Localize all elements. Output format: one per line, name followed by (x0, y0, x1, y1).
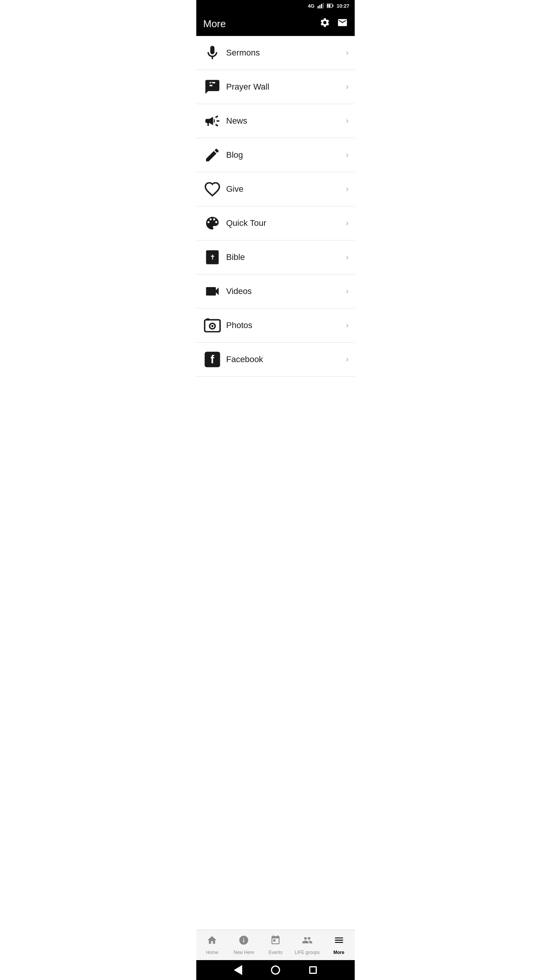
svg-text:✝: ✝ (210, 81, 213, 86)
menu-item-videos[interactable]: Videos › (196, 274, 355, 309)
facebook-icon: f (202, 350, 222, 369)
nav-item-more[interactable]: More (323, 930, 355, 960)
menu-item-bible[interactable]: ✝ Bible › (196, 240, 355, 274)
header: More (196, 11, 355, 36)
header-actions (320, 17, 348, 30)
chevron-icon: › (346, 286, 349, 296)
chevron-icon: › (346, 252, 349, 262)
chevron-icon: › (346, 48, 349, 58)
more-nav-label: More (333, 950, 344, 955)
svg-text:✝: ✝ (210, 253, 215, 261)
video-icon (202, 281, 222, 301)
chevron-icon: › (346, 82, 349, 92)
sermons-label: Sermons (226, 48, 346, 58)
mail-icon[interactable] (337, 17, 348, 30)
new-here-nav-icon (238, 935, 249, 948)
life-groups-nav-icon (302, 935, 313, 948)
events-nav-label: Events (269, 950, 283, 955)
palette-icon (202, 213, 222, 233)
prayer-wall-label: Prayer Wall (226, 82, 346, 92)
chevron-icon: › (346, 354, 349, 364)
news-label: News (226, 116, 346, 126)
photos-label: Photos (226, 320, 346, 330)
home-nav-label: Home (206, 950, 218, 955)
camera-icon (202, 315, 222, 335)
battery-icon (327, 3, 334, 8)
bible-label: Bible (226, 252, 346, 262)
svg-rect-1 (319, 5, 320, 8)
network-type: 4G (308, 3, 314, 9)
blog-label: Blog (226, 150, 346, 160)
give-label: Give (226, 184, 346, 194)
android-nav-bar (196, 960, 355, 980)
nav-item-events[interactable]: Events (260, 930, 292, 960)
megaphone-icon (202, 111, 222, 131)
menu-item-photos[interactable]: Photos › (196, 309, 355, 343)
bible-icon: ✝ (202, 247, 222, 267)
svg-rect-2 (321, 4, 322, 8)
menu-item-quick-tour[interactable]: Quick Tour › (196, 206, 355, 240)
life-groups-nav-label: LIFE groups (295, 950, 320, 955)
nav-item-life-groups[interactable]: LIFE groups (291, 930, 323, 960)
settings-icon[interactable] (320, 17, 330, 30)
android-home-button[interactable] (271, 965, 280, 975)
android-back-button[interactable] (233, 965, 243, 975)
svg-point-14 (211, 325, 214, 327)
svg-rect-0 (318, 6, 319, 8)
menu-item-prayer-wall[interactable]: ✝ Prayer Wall › (196, 70, 355, 104)
menu-item-blog[interactable]: Blog › (196, 138, 355, 172)
home-nav-icon (207, 935, 217, 948)
nav-item-new-here[interactable]: New Here (228, 930, 260, 960)
clock: 10:27 (337, 3, 349, 9)
videos-label: Videos (226, 286, 346, 296)
svg-text:f: f (210, 353, 214, 366)
chevron-icon: › (346, 218, 349, 228)
events-nav-icon (270, 935, 281, 948)
chevron-icon: › (346, 320, 349, 330)
status-bar: 4G 10:27 (196, 0, 355, 11)
menu-list: Sermons › ✝ Prayer Wall › News › Blog › … (196, 36, 355, 929)
menu-item-give[interactable]: Give › (196, 172, 355, 206)
edit-icon (202, 145, 222, 165)
heart-icon (202, 179, 222, 199)
android-recents-button[interactable] (308, 965, 318, 975)
more-nav-icon (334, 935, 344, 948)
bottom-nav: Home New Here Events LIFE groups (196, 929, 355, 960)
chevron-icon: › (346, 116, 349, 126)
nav-item-home[interactable]: Home (196, 930, 228, 960)
svg-rect-5 (333, 5, 333, 7)
prayer-icon: ✝ (202, 77, 222, 97)
new-here-nav-label: New Here (234, 950, 254, 955)
chevron-icon: › (346, 150, 349, 160)
menu-item-facebook[interactable]: f Facebook › (196, 343, 355, 377)
microphone-icon (202, 43, 222, 63)
facebook-label: Facebook (226, 354, 346, 364)
page-title: More (203, 18, 226, 30)
svg-rect-12 (206, 318, 210, 321)
signal-icon (318, 3, 324, 8)
quick-tour-label: Quick Tour (226, 218, 346, 228)
menu-item-sermons[interactable]: Sermons › (196, 36, 355, 70)
svg-rect-3 (323, 3, 324, 8)
chevron-icon: › (346, 184, 349, 194)
menu-item-news[interactable]: News › (196, 104, 355, 138)
